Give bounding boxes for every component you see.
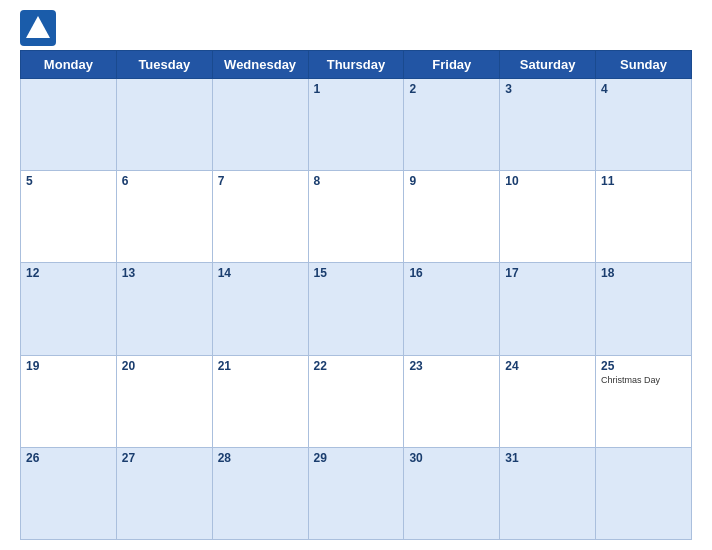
calendar-cell: 12 bbox=[21, 263, 117, 355]
calendar-cell: 31 bbox=[500, 447, 596, 539]
calendar-cell bbox=[116, 79, 212, 171]
day-number: 5 bbox=[26, 174, 111, 188]
calendar-cell: 20 bbox=[116, 355, 212, 447]
day-number: 12 bbox=[26, 266, 111, 280]
calendar-cell: 2 bbox=[404, 79, 500, 171]
calendar-cell: 27 bbox=[116, 447, 212, 539]
day-number: 6 bbox=[122, 174, 207, 188]
day-number: 3 bbox=[505, 82, 590, 96]
day-number: 31 bbox=[505, 451, 590, 465]
day-number: 30 bbox=[409, 451, 494, 465]
calendar-cell: 6 bbox=[116, 171, 212, 263]
day-number: 21 bbox=[218, 359, 303, 373]
calendar-cell: 9 bbox=[404, 171, 500, 263]
calendar-header-row: MondayTuesdayWednesdayThursdayFridaySatu… bbox=[21, 51, 692, 79]
day-number: 11 bbox=[601, 174, 686, 188]
weekday-header-monday: Monday bbox=[21, 51, 117, 79]
calendar-cell bbox=[596, 447, 692, 539]
calendar-cell: 7 bbox=[212, 171, 308, 263]
day-number: 23 bbox=[409, 359, 494, 373]
weekday-header-friday: Friday bbox=[404, 51, 500, 79]
calendar-cell: 23 bbox=[404, 355, 500, 447]
calendar-cell: 30 bbox=[404, 447, 500, 539]
day-number: 22 bbox=[314, 359, 399, 373]
calendar-cell: 15 bbox=[308, 263, 404, 355]
calendar-cell: 8 bbox=[308, 171, 404, 263]
calendar-week-row: 19202122232425Christmas Day bbox=[21, 355, 692, 447]
weekday-header-sunday: Sunday bbox=[596, 51, 692, 79]
day-number: 7 bbox=[218, 174, 303, 188]
calendar-cell: 10 bbox=[500, 171, 596, 263]
day-number: 25 bbox=[601, 359, 686, 373]
day-number: 26 bbox=[26, 451, 111, 465]
day-number: 13 bbox=[122, 266, 207, 280]
calendar-cell: 29 bbox=[308, 447, 404, 539]
day-number: 27 bbox=[122, 451, 207, 465]
day-number: 1 bbox=[314, 82, 399, 96]
day-number: 15 bbox=[314, 266, 399, 280]
calendar-week-row: 567891011 bbox=[21, 171, 692, 263]
weekday-header-row: MondayTuesdayWednesdayThursdayFridaySatu… bbox=[21, 51, 692, 79]
day-number: 17 bbox=[505, 266, 590, 280]
day-number: 4 bbox=[601, 82, 686, 96]
calendar-cell: 22 bbox=[308, 355, 404, 447]
weekday-header-saturday: Saturday bbox=[500, 51, 596, 79]
calendar-body: 1234567891011121314151617181920212223242… bbox=[21, 79, 692, 540]
day-number: 28 bbox=[218, 451, 303, 465]
day-number: 29 bbox=[314, 451, 399, 465]
calendar-week-row: 262728293031 bbox=[21, 447, 692, 539]
calendar-cell: 5 bbox=[21, 171, 117, 263]
holiday-label: Christmas Day bbox=[601, 375, 686, 385]
calendar-cell bbox=[21, 79, 117, 171]
day-number: 2 bbox=[409, 82, 494, 96]
calendar-header bbox=[20, 10, 692, 46]
calendar-cell: 11 bbox=[596, 171, 692, 263]
calendar-cell: 17 bbox=[500, 263, 596, 355]
calendar-cell: 26 bbox=[21, 447, 117, 539]
day-number: 14 bbox=[218, 266, 303, 280]
calendar-cell: 13 bbox=[116, 263, 212, 355]
calendar-cell: 21 bbox=[212, 355, 308, 447]
weekday-header-wednesday: Wednesday bbox=[212, 51, 308, 79]
day-number: 20 bbox=[122, 359, 207, 373]
calendar-cell: 18 bbox=[596, 263, 692, 355]
calendar-week-row: 1234 bbox=[21, 79, 692, 171]
weekday-header-thursday: Thursday bbox=[308, 51, 404, 79]
calendar-cell: 4 bbox=[596, 79, 692, 171]
day-number: 10 bbox=[505, 174, 590, 188]
calendar-cell: 3 bbox=[500, 79, 596, 171]
calendar-cell bbox=[212, 79, 308, 171]
calendar-cell: 24 bbox=[500, 355, 596, 447]
generalblue-logo-icon bbox=[20, 10, 56, 46]
logo bbox=[20, 10, 60, 46]
day-number: 8 bbox=[314, 174, 399, 188]
calendar-cell: 16 bbox=[404, 263, 500, 355]
day-number: 19 bbox=[26, 359, 111, 373]
calendar-cell: 14 bbox=[212, 263, 308, 355]
calendar-week-row: 12131415161718 bbox=[21, 263, 692, 355]
calendar-table: MondayTuesdayWednesdayThursdayFridaySatu… bbox=[20, 50, 692, 540]
day-number: 18 bbox=[601, 266, 686, 280]
calendar-cell: 19 bbox=[21, 355, 117, 447]
calendar-cell: 28 bbox=[212, 447, 308, 539]
day-number: 9 bbox=[409, 174, 494, 188]
day-number: 16 bbox=[409, 266, 494, 280]
calendar-cell: 25Christmas Day bbox=[596, 355, 692, 447]
weekday-header-tuesday: Tuesday bbox=[116, 51, 212, 79]
calendar-cell: 1 bbox=[308, 79, 404, 171]
day-number: 24 bbox=[505, 359, 590, 373]
